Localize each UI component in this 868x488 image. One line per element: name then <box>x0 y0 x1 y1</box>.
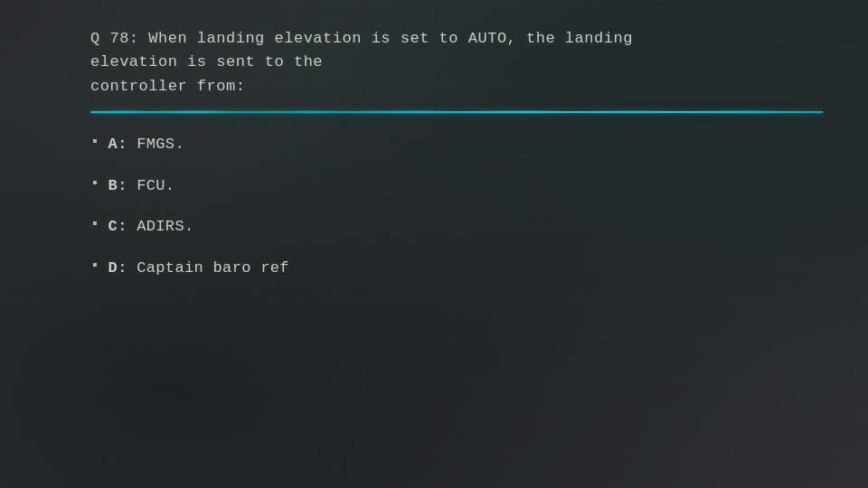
bullet-d: ▪ <box>90 258 99 274</box>
answer-value-c: ADIRS. <box>137 218 193 235</box>
answers-block: ▪A: FMGS.▪B: FCU.▪C: ADIRS.▪D: Captain b… <box>90 133 823 279</box>
answer-text-d: D: Captain baro ref <box>108 257 289 280</box>
answer-label-a: A: <box>108 136 137 153</box>
divider <box>90 111 823 113</box>
answer-value-a: FMGS. <box>137 136 184 153</box>
answer-item-c[interactable]: ▪C: ADIRS. <box>90 215 823 239</box>
answer-label-c: C: <box>108 218 137 235</box>
answer-item-b[interactable]: ▪B: FCU. <box>90 174 823 198</box>
bullet-b: ▪ <box>90 175 99 192</box>
answer-label-d: D: <box>108 259 137 277</box>
answer-text-a: A: FMGS. <box>108 133 184 156</box>
question-block: Q 78: When landing elevation is set to A… <box>90 27 823 99</box>
answer-value-d: Captain baro ref <box>137 259 289 277</box>
bullet-a: ▪ <box>90 134 99 150</box>
answer-item-a[interactable]: ▪A: FMGS. <box>90 133 823 156</box>
answer-label-b: B: <box>108 177 137 194</box>
content-area: Q 78: When landing elevation is set to A… <box>0 0 868 488</box>
answer-value-b: FCU. <box>137 177 175 194</box>
answer-text-c: C: ADIRS. <box>108 215 194 239</box>
answer-item-d[interactable]: ▪D: Captain baro ref <box>90 257 823 280</box>
bullet-c: ▪ <box>90 216 99 232</box>
answer-text-b: B: FCU. <box>108 174 175 198</box>
question-text: Q 78: When landing elevation is set to A… <box>90 27 823 99</box>
background: Q 78: When landing elevation is set to A… <box>0 0 868 488</box>
